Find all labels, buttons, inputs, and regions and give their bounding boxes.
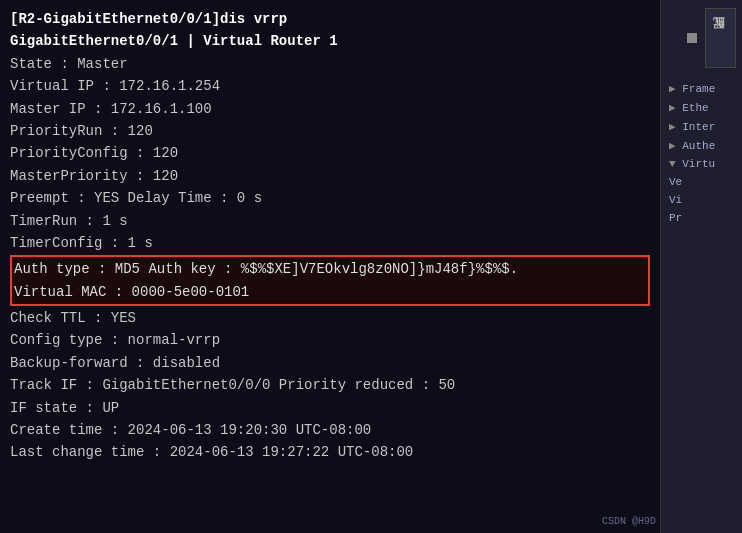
right-panel-item[interactable]: Authe bbox=[665, 137, 738, 154]
watermark: CSDN @H9D bbox=[602, 516, 656, 527]
highlighted-line: Auth type : MD5 Auth key : %$%$XE]V7EOkv… bbox=[14, 258, 646, 280]
terminal-lines-after: Check TTL : YES Config type : normal-vrr… bbox=[10, 307, 650, 464]
terminal-line: Master IP : 172.16.1.100 bbox=[10, 98, 650, 120]
terminal-line: Create time : 2024-06-13 19:20:30 UTC-08… bbox=[10, 419, 650, 441]
highlighted-line: Virtual MAC : 0000-5e00-0101 bbox=[14, 281, 646, 303]
right-panel-item[interactable]: Ethe bbox=[665, 99, 738, 116]
terminal-line: Check TTL : YES bbox=[10, 307, 650, 329]
right-panel-item[interactable]: Pr bbox=[665, 210, 738, 226]
terminal-line: TimerConfig : 1 s bbox=[10, 232, 650, 254]
terminal-lines-before: State : Master Virtual IP : 172.16.1.254… bbox=[10, 53, 650, 255]
right-panel-items: FrameEtheInterAutheVirtuVeViPr bbox=[661, 76, 742, 230]
right-panel-item[interactable]: Virtu bbox=[665, 156, 738, 172]
terminal-line: PriorityConfig : 120 bbox=[10, 142, 650, 164]
square-icon bbox=[687, 33, 697, 43]
terminal-line: Backup-forward : disabled bbox=[10, 352, 650, 374]
terminal-line: TimerRun : 1 s bbox=[10, 210, 650, 232]
main-content: [R2-GigabitEthernet0/0/1]dis vrrp Gigabi… bbox=[0, 0, 660, 533]
terminal-container: [R2-GigabitEthernet0/0/1]dis vrrp Gigabi… bbox=[0, 0, 742, 533]
terminal-line: IF state : UP bbox=[10, 397, 650, 419]
right-panel-top: 配置 bbox=[661, 0, 742, 76]
terminal-line: Virtual IP : 172.16.1.254 bbox=[10, 75, 650, 97]
terminal-line: PriorityRun : 120 bbox=[10, 120, 650, 142]
terminal-line: Last change time : 2024-06-13 19:27:22 U… bbox=[10, 441, 650, 463]
right-panel-item[interactable]: Frame bbox=[665, 80, 738, 97]
terminal-line: MasterPriority : 120 bbox=[10, 165, 650, 187]
command-line: [R2-GigabitEthernet0/0/1]dis vrrp bbox=[10, 8, 650, 30]
right-panel: 配置 FrameEtheInterAutheVirtuVeViPr bbox=[660, 0, 742, 533]
highlighted-section: Auth type : MD5 Auth key : %$%$XE]V7EOkv… bbox=[10, 255, 650, 306]
terminal-line: Preempt : YES Delay Time : 0 s bbox=[10, 187, 650, 209]
right-panel-item[interactable]: Ve bbox=[665, 174, 738, 190]
terminal-line: Config type : normal-vrrp bbox=[10, 329, 650, 351]
config-label: 配置 bbox=[705, 8, 736, 68]
right-panel-item[interactable]: Inter bbox=[665, 118, 738, 135]
terminal-line: Track IF : GigabitEthernet0/0/0 Priority… bbox=[10, 374, 650, 396]
header-line: GigabitEthernet0/0/1 | Virtual Router 1 bbox=[10, 30, 650, 52]
right-panel-item[interactable]: Vi bbox=[665, 192, 738, 208]
terminal-line: State : Master bbox=[10, 53, 650, 75]
